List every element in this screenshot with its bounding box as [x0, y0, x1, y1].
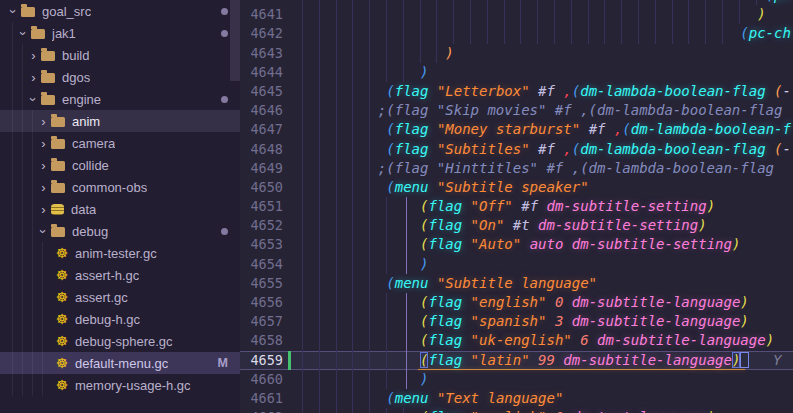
- chevron-down-icon[interactable]: ›: [36, 224, 51, 239]
- tree-item-engine[interactable]: ›engine: [0, 88, 240, 110]
- chevron-right-icon[interactable]: ›: [36, 136, 51, 151]
- code-line-4642[interactable]: 4642 (pc-ch: [240, 24, 793, 43]
- tree-item-data[interactable]: ›data: [0, 198, 240, 220]
- chevron-right-icon[interactable]: ›: [36, 202, 51, 217]
- code-line-4651[interactable]: 4651 (flag "Off" #f dm-subtitle-setting): [240, 197, 793, 216]
- indent-guide: [336, 63, 337, 82]
- token: "Text language": [437, 390, 563, 406]
- chevron-right-icon[interactable]: ›: [26, 48, 41, 63]
- tree-item-camera[interactable]: ›camera: [0, 132, 240, 154]
- token: dm-lambda-boolean-flag: [580, 83, 765, 99]
- chevron-down-icon[interactable]: ›: [16, 26, 31, 41]
- token: dm-subtitle-setting: [547, 198, 707, 214]
- tree-item-debug-sphere-gc[interactable]: ☸debug-sphere.gc: [0, 330, 240, 352]
- sidebar-scrollbar-thumb[interactable]: [230, 0, 240, 81]
- chevron-right-icon[interactable]: ›: [36, 180, 51, 195]
- code-line-4650[interactable]: 4650 (menu "Subtitle speaker": [240, 178, 793, 197]
- tree-item-goal_src[interactable]: ›goal_src: [0, 0, 240, 22]
- active-indent-guide: [406, 293, 407, 312]
- code-line-4646[interactable]: 4646 ;(flag "Skip movies" #f ,(dm-lambda…: [240, 101, 793, 120]
- token: ): [420, 256, 428, 272]
- code-line-4641[interactable]: 4641 ): [240, 5, 793, 24]
- token: menu: [395, 390, 429, 406]
- code-line-4653[interactable]: 4653 (flag "Auto" auto dm-subtitle-setti…: [240, 235, 793, 254]
- tree-item-assert-h-gc[interactable]: ☸assert-h.gc: [0, 264, 240, 286]
- indent-guide: [369, 44, 370, 63]
- indent-guide: [336, 82, 337, 101]
- tree-item-label: debug-h.gc: [75, 312, 140, 327]
- indent-guide: [403, 63, 404, 82]
- code-line-4652[interactable]: 4652 (flag "On" #t dm-subtitle-setting): [240, 216, 793, 235]
- token: flag: [428, 217, 462, 233]
- tree-indent-guide: [12, 176, 13, 198]
- token: dm-subtitle-language: [563, 352, 732, 368]
- code-line-4644[interactable]: 4644 ): [240, 63, 793, 82]
- tree-item-default-menu-gc[interactable]: ☸default-menu.gcM: [0, 352, 240, 374]
- token: [563, 294, 571, 310]
- code-line-4656[interactable]: 4656 (flag "english" 0 dm-subtitle-langu…: [240, 293, 793, 312]
- chevron-right-icon[interactable]: ›: [36, 114, 51, 129]
- token: #f: [538, 83, 555, 99]
- tree-item-dgos[interactable]: ›dgos: [0, 66, 240, 88]
- code-line-4649[interactable]: 4649 ;(flag "Hinttitles" #f ,(dm-lambda-…: [240, 159, 793, 178]
- tree-item-memory-usage-h-gc[interactable]: ☸memory-usage-h.gc: [0, 374, 240, 396]
- code-line-4654[interactable]: 4654 ): [240, 255, 793, 274]
- code-text: (flag "latin" 99 dm-subtitle-language): [240, 351, 793, 370]
- goal-file-icon: ☸: [54, 268, 70, 282]
- tree-item-debug-h-gc[interactable]: ☸debug-h.gc: [0, 308, 240, 330]
- code-text: ;(flag "Skip movies" #f ,(dm-lambda-bool…: [240, 101, 793, 120]
- chevron-down-icon[interactable]: ›: [26, 92, 41, 107]
- tree-item-common-obs[interactable]: ›common-obs: [0, 176, 240, 198]
- code-line-4658[interactable]: 4658 (flag "uk-english" 6 dm-subtitle-la…: [240, 331, 793, 350]
- tree-item-build[interactable]: ›build: [0, 44, 240, 66]
- indent-guide: [352, 293, 353, 312]
- tree-item-label: assert-h.gc: [75, 268, 139, 283]
- token: #f: [589, 121, 606, 137]
- indent-guide: [336, 255, 337, 274]
- code-line-4659[interactable]: 4659 (flag "latin" 99 dm-subtitle-langua…: [240, 351, 793, 370]
- token: "Subtitles": [437, 141, 530, 157]
- code-line-4643[interactable]: 4643 ): [240, 44, 793, 63]
- token: #f: [538, 141, 555, 157]
- token: flag: [395, 121, 429, 137]
- indent-guide: [688, 5, 689, 24]
- tree-indent-guide: [42, 264, 43, 286]
- line-number: 4662: [240, 408, 283, 413]
- code-line-4645[interactable]: 4645 (flag "Letterbox" #f ,(dm-lambda-bo…: [240, 82, 793, 101]
- code-line-4662[interactable]: 4662 (flag "english" 0 dm-text-language): [240, 408, 793, 413]
- text-cursor: [740, 352, 749, 368]
- code-line-4661[interactable]: 4661 (menu "Text language": [240, 389, 793, 408]
- tree-item-assert-gc[interactable]: ☸assert.gc: [0, 286, 240, 308]
- indent-guide: [739, 5, 740, 24]
- code-editor[interactable]: 4640 (pc4641 )4642 (pc-ch4643: [240, 0, 793, 413]
- tree-indent-guide: [22, 88, 23, 110]
- tree-indent-guide: [12, 22, 13, 44]
- chevron-right-icon[interactable]: ›: [36, 158, 51, 173]
- folder-icon: [31, 29, 45, 39]
- code-line-4660[interactable]: 4660 ): [240, 370, 793, 389]
- code-line-4655[interactable]: 4655 (menu "Subtitle language": [240, 274, 793, 293]
- tree-item-collide[interactable]: ›collide: [0, 154, 240, 176]
- code-line-4657[interactable]: 4657 (flag "spanish" 3 dm-subtitle-langu…: [240, 312, 793, 331]
- indent-guide: [386, 351, 387, 370]
- token: ): [420, 64, 428, 80]
- code-text: (flag "spanish" 3 dm-subtitle-language): [240, 312, 793, 331]
- tree-item-jak1[interactable]: ›jak1: [0, 22, 240, 44]
- indent-guide: [336, 44, 337, 63]
- token: "english": [471, 409, 547, 413]
- token: dm-lambda-boolean-f: [631, 121, 791, 137]
- code-line-4647[interactable]: 4647 (flag "Money starburst" #f ,(dm-lam…: [240, 120, 793, 139]
- tree-item-debug[interactable]: ›debug: [0, 220, 240, 242]
- chevron-right-icon[interactable]: ›: [26, 70, 41, 85]
- tree-item-anim-tester-gc[interactable]: ☸anim-tester.gc: [0, 242, 240, 264]
- token: "Letterbox": [437, 83, 530, 99]
- indent-guide: [302, 216, 303, 235]
- indent-guide: [722, 5, 723, 24]
- indent-guide: [352, 216, 353, 235]
- tree-item-anim[interactable]: ›anim: [0, 110, 240, 132]
- code-line-4648[interactable]: 4648 (flag "Subtitles" #f ,(dm-lambda-bo…: [240, 140, 793, 159]
- tree-indent-guide: [12, 154, 13, 176]
- chevron-down-icon[interactable]: ›: [6, 4, 21, 19]
- tree-item-label: assert.gc: [75, 290, 128, 305]
- indent-guide: [352, 408, 353, 413]
